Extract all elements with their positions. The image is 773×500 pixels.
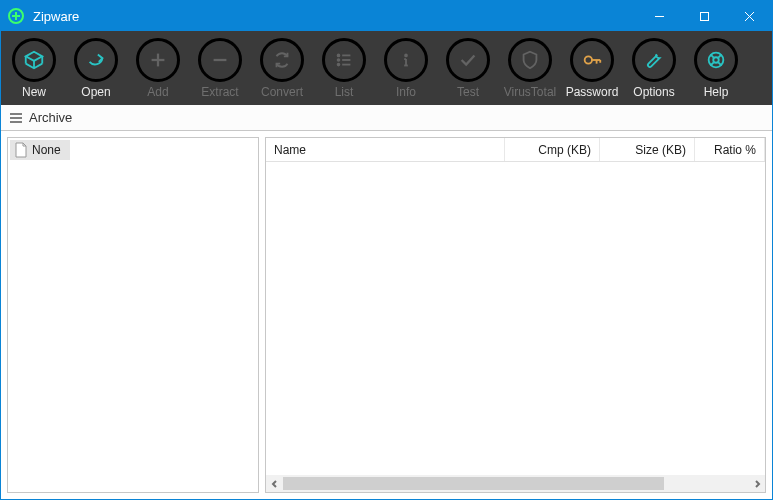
extract-button: Extract <box>193 38 247 99</box>
list-pane: Name Cmp (KB) Size (KB) Ratio % <box>265 137 766 493</box>
virustotal-button: VirusTotal <box>503 38 557 99</box>
main-area: None Name Cmp (KB) Size (KB) Ratio % <box>1 131 772 499</box>
list-icon <box>322 38 366 82</box>
add-button: Add <box>131 38 185 99</box>
svg-rect-4 <box>701 12 709 20</box>
svg-point-16 <box>338 63 340 65</box>
scroll-right-button[interactable] <box>748 475 765 492</box>
cube-icon <box>12 38 56 82</box>
wrench-icon <box>632 38 676 82</box>
svg-point-14 <box>338 54 340 56</box>
list-body <box>266 162 765 475</box>
key-icon <box>570 38 614 82</box>
info-button: Info <box>379 38 433 99</box>
plus-icon <box>136 38 180 82</box>
svg-point-28 <box>713 57 719 63</box>
test-button: Test <box>441 38 495 99</box>
open-button[interactable]: Open <box>69 38 123 99</box>
app-title: Zipware <box>31 9 637 24</box>
breadcrumb-label: Archive <box>29 110 72 125</box>
svg-marker-7 <box>26 51 43 60</box>
scroll-track[interactable] <box>283 475 748 492</box>
column-header-name[interactable]: Name <box>266 138 505 161</box>
svg-line-30 <box>718 54 721 57</box>
list-button: List <box>317 38 371 99</box>
convert-button: Convert <box>255 38 309 99</box>
swap-icon <box>260 38 304 82</box>
shield-icon <box>508 38 552 82</box>
toolbar-item-label: Password <box>566 85 619 99</box>
app-window: Zipware NewOpenAddExtractConvertListInfo… <box>0 0 773 500</box>
ring-icon <box>694 38 738 82</box>
hamburger-icon <box>9 112 23 124</box>
tree-item-label: None <box>32 143 61 157</box>
toolbar-item-label: Convert <box>261 85 303 99</box>
minus-icon <box>198 38 242 82</box>
column-header-cmp[interactable]: Cmp (KB) <box>505 138 600 161</box>
file-icon <box>14 142 28 158</box>
scroll-left-button[interactable] <box>266 475 283 492</box>
toolbar: NewOpenAddExtractConvertListInfoTestViru… <box>1 31 772 105</box>
horizontal-scrollbar[interactable] <box>266 475 765 492</box>
titlebar: Zipware <box>1 1 772 31</box>
toolbar-item-label: Help <box>704 85 729 99</box>
arrow-icon <box>74 38 118 82</box>
tree-pane: None <box>7 137 259 493</box>
toolbar-item-label: Test <box>457 85 479 99</box>
svg-line-29 <box>711 54 714 57</box>
toolbar-item-label: VirusTotal <box>504 85 556 99</box>
new-button[interactable]: New <box>7 38 61 99</box>
column-header-ratio[interactable]: Ratio % <box>695 138 765 161</box>
maximize-button[interactable] <box>682 1 727 31</box>
list-header: Name Cmp (KB) Size (KB) Ratio % <box>266 138 765 162</box>
options-button[interactable]: Options <box>627 38 681 99</box>
password-button[interactable]: Password <box>565 38 619 99</box>
svg-point-23 <box>585 56 592 63</box>
help-button[interactable]: Help <box>689 38 743 99</box>
info-icon <box>384 38 428 82</box>
column-header-size[interactable]: Size (KB) <box>600 138 695 161</box>
svg-line-32 <box>718 62 721 65</box>
toolbar-item-label: Info <box>396 85 416 99</box>
check-icon <box>446 38 490 82</box>
toolbar-item-label: Add <box>147 85 168 99</box>
toolbar-item-label: New <box>22 85 46 99</box>
toolbar-item-label: Extract <box>201 85 238 99</box>
svg-line-31 <box>711 62 714 65</box>
minimize-button[interactable] <box>637 1 682 31</box>
scroll-thumb[interactable] <box>283 477 664 490</box>
toolbar-item-label: Options <box>633 85 674 99</box>
close-button[interactable] <box>727 1 772 31</box>
breadcrumb: Archive <box>1 105 772 131</box>
toolbar-item-label: List <box>335 85 354 99</box>
toolbar-item-label: Open <box>81 85 110 99</box>
tree-item-root[interactable]: None <box>10 140 70 160</box>
svg-point-15 <box>338 59 340 61</box>
app-icon <box>1 8 31 24</box>
